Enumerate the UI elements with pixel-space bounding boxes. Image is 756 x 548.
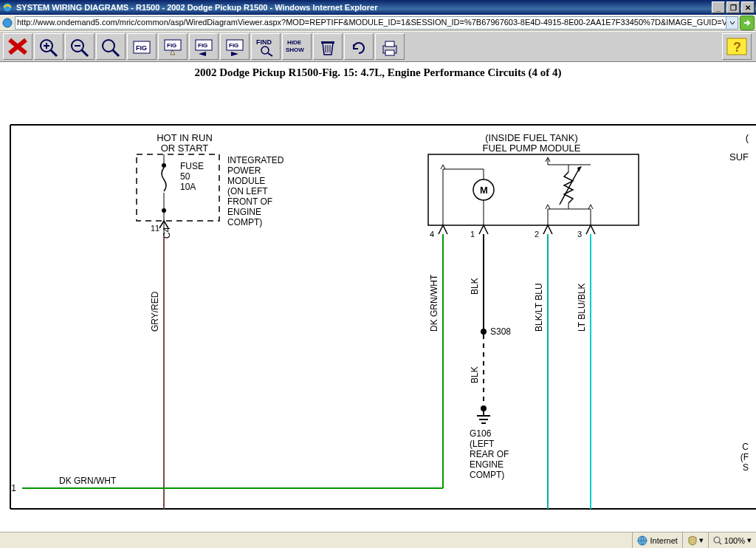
label-pin2: 2 [535,230,539,239]
splice-s308 [481,329,487,335]
protected-mode-cell[interactable]: ▾ [682,532,708,548]
restore-button[interactable]: ❐ [726,1,740,13]
label-hot-in-run: HOT IN RUN [157,132,213,143]
trash-button[interactable] [313,33,343,60]
zoom-label: 100% [724,536,745,545]
label-inside-fuel-tank: (INSIDE FUEL TANK) [485,132,577,143]
hide-show-icon: HIDESHOW [284,35,309,58]
svg-line-7 [82,50,88,56]
label-far-right5: S [743,462,749,473]
document-title: 2002 Dodge Pickup R1500-Fig. 15: 4.7L, E… [0,62,756,81]
minimize-button[interactable]: _ [712,1,725,13]
svg-rect-27 [321,41,334,44]
zone-label: Internet [650,536,678,545]
svg-point-9 [103,40,114,52]
fig-prev-icon: FIG [191,35,216,58]
svg-line-10 [113,50,119,56]
zoom-in-icon [36,35,61,58]
fig-prev-button[interactable]: FIG [189,33,219,60]
hide-show-button[interactable]: HIDESHOW [282,33,312,60]
label-far-right4: (F [740,452,749,462]
label-dkgrnwht-bottom: DK GRN/WHT [59,476,117,486]
arrow-right-icon [743,18,752,27]
zoom-level-icon [713,536,722,545]
svg-text:FIND: FIND [256,38,272,46]
label-far-right2: SUF [729,151,749,162]
fuel-pump-box [428,154,639,225]
label-ipm7: COMPT) [227,217,262,227]
zoom-fit-button[interactable] [96,33,126,60]
label-ipm4: (ON LEFT [227,186,268,196]
print-button[interactable] [375,33,405,60]
fig-next-button[interactable]: FIG [220,33,250,60]
label-g106-4: COMPT) [470,470,504,480]
refresh-button[interactable] [344,33,374,60]
svg-text:FIG: FIG [167,42,176,49]
url-dropdown[interactable] [726,16,738,30]
svg-point-59 [714,537,720,543]
label-blk-upper: BLK [470,278,480,295]
find-button[interactable]: FIND [251,33,281,60]
svg-rect-30 [385,50,394,55]
label-fuse-amp: 10A [180,182,196,192]
label-g106-2: REAR OF [470,449,509,459]
label-ipm1: INTEGRATED [227,155,284,165]
fig-icon: FIG [129,35,154,58]
label-s308: S308 [490,326,511,337]
page-icon [1,17,13,29]
label-motor-m: M [480,185,488,196]
close-button[interactable]: ✕ [741,1,755,13]
address-bar: http://www.ondemand5.com/mric/common/asp… [0,15,756,31]
zoom-out-button[interactable] [65,33,94,60]
label-far-right3: C [742,442,749,452]
label-pin1-left: 1 [11,483,16,493]
label-fuse: FUSE [180,161,204,171]
svg-point-53 [481,405,487,411]
refresh-icon [346,35,371,58]
close-x-button[interactable] [3,33,32,60]
zoom-out-icon [67,35,92,58]
wiring-diagram: HOT IN RUN OR START FUSE 50 10A INTEGRAT… [0,110,756,524]
svg-point-20 [261,47,269,54]
label-pin1r: 1 [470,230,475,239]
ipm-box [137,154,219,221]
shield-icon [687,535,698,546]
svg-text:FIG: FIG [198,42,207,49]
diagram-viewport[interactable]: 2002 Dodge Pickup R1500-Fig. 15: 4.7L, E… [0,62,756,532]
zoom-cell[interactable]: 100% ▾ [708,532,756,548]
fig-hand-button[interactable]: FIG [158,33,188,60]
globe-icon [637,535,647,546]
label-blk-lower: BLK [470,366,480,383]
label-dkgrnwht: DK GRN/WHT [429,274,439,332]
svg-point-36 [162,163,166,168]
fig-button[interactable]: FIG [127,33,157,60]
label-g106: G106 [470,428,492,439]
label-or-start: OR START [161,143,209,154]
ie-icon [1,1,13,13]
zoom-fit-icon [98,35,123,58]
svg-text:FIG: FIG [136,44,147,52]
svg-text:?: ? [733,40,741,55]
svg-line-60 [719,542,721,544]
label-pin3: 3 [577,230,582,239]
go-button[interactable] [740,16,755,30]
svg-rect-29 [385,41,394,47]
find-icon: FIND [253,35,278,58]
connector-pins [439,225,595,234]
help-icon: ? [724,35,749,58]
chevron-down-icon [729,20,735,26]
label-far-right1: ( [746,132,749,143]
help-button[interactable]: ? [722,33,752,60]
window-title: SYSTEM WIRING DIAGRAMS - R1500 - 2002 Do… [16,3,710,12]
label-blkltblu: BLK/LT BLU [534,283,544,332]
svg-line-3 [51,50,57,56]
label-g106-1: (LEFT [470,439,495,449]
label-pin11: 11 [151,224,159,233]
label-ipm2: POWER [227,165,261,176]
print-icon [377,35,402,58]
label-fuse-num: 50 [180,171,190,182]
svg-line-21 [268,53,272,56]
zoom-in-button[interactable] [34,33,63,60]
url-input[interactable]: http://www.ondemand5.com/mric/common/asp… [15,16,726,30]
svg-text:FIG: FIG [229,42,238,49]
